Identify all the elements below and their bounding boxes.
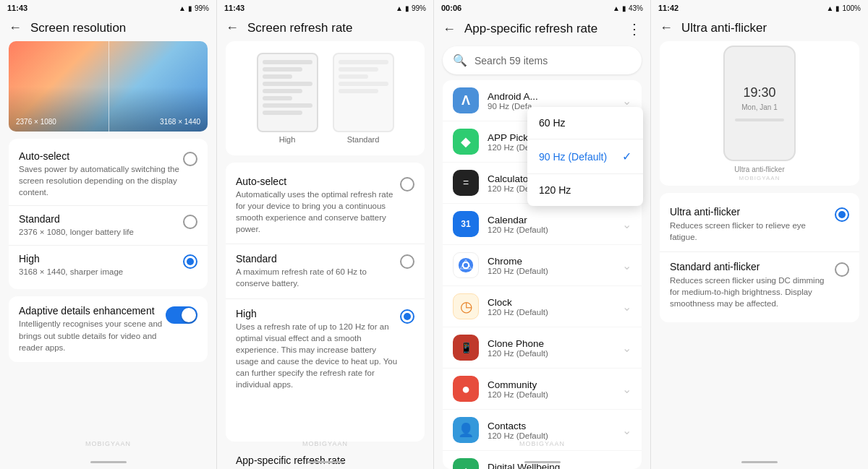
resolution-preview: 2376 × 1080 3168 × 1440 [9, 41, 208, 132]
app-item-digital-wellbeing[interactable]: ◆ Digital Wellbeing 120 Hz (Default) ⌄ [443, 451, 642, 469]
dropdown-120hz[interactable]: 120 Hz [527, 173, 643, 206]
option-standard-anti-flicker[interactable]: Standard anti-flicker Reduces screen fli… [660, 251, 859, 318]
status-icons-4: ▲ ▮ 100% [827, 4, 861, 12]
back-button-1[interactable]: ← [9, 20, 22, 35]
mock-line [339, 67, 378, 72]
mini-phone-time: 19:30 [743, 85, 775, 100]
anti-flicker-options-card: Ultra anti-flicker Reduces screen flicke… [660, 193, 859, 322]
bottom-pill-2 [307, 461, 344, 463]
mock-line [339, 89, 378, 93]
page-title-4: Ultra anti-flicker [681, 21, 767, 35]
option-high-text: High 3168 × 1440, sharper image [19, 253, 183, 277]
mock-line [263, 89, 302, 93]
adaptive-text: Adaptive details enhancement Intelligent… [19, 305, 166, 353]
app-name-cal: Calendar [488, 215, 622, 225]
standard-af-text: Standard anti-flicker Reduces screen fli… [670, 261, 835, 309]
panel-screen-resolution: 11:43 ▲ ▮ 99% ← Screen resolution 2376 ×… [0, 0, 217, 469]
app-hz-chrome: 120 Hz (Default) [488, 267, 622, 275]
status-icons-2: ▲ ▮ 99% [396, 4, 426, 12]
refresh-option-high[interactable]: High Uses a refresh rate of up to 120 Hz… [226, 298, 425, 400]
app-arrow-cal: ⌄ [622, 218, 631, 231]
mock-line [263, 82, 312, 86]
radio-ultra-af[interactable] [835, 207, 849, 222]
status-bar-4: 11:42 ▲ ▮ 100% [651, 0, 868, 16]
adaptive-enhancement-row[interactable]: Adaptive details enhancement Intelligent… [9, 296, 208, 361]
display-label: Ultra anti-flicker MOBIGYAAN [734, 165, 784, 181]
radio-refresh-standard[interactable] [400, 254, 414, 269]
app-item-community[interactable]: ● Community 120 Hz (Default) ⌄ [443, 369, 642, 410]
panel-screen-refresh-rate: 11:43 ▲ ▮ 99% ← Screen refresh rate High [217, 0, 434, 469]
app-arrow-digital: ⌄ [622, 465, 631, 470]
preview-high-phone [257, 53, 318, 132]
refresh-option-standard[interactable]: Standard A maximum refresh rate of 60 Hz… [226, 244, 425, 298]
app-name-clone: Clone Phone [488, 338, 622, 349]
app-hz-clone: 120 Hz (Default) [488, 349, 622, 358]
bottom-pill-4 [741, 461, 778, 463]
preview-standard-wrapper: Standard [333, 53, 394, 144]
app-info-chrome: Chrome 120 Hz (Default) [488, 256, 622, 275]
app-arrow-community: ⌄ [622, 382, 631, 396]
phone-mock-wrapper: 19:30 Mon, Jan 1 Ultra anti-flicker MOBI… [723, 46, 796, 181]
search-bar[interactable]: 🔍 Search 59 items [443, 46, 642, 74]
app-icon-chrome [453, 252, 479, 278]
wifi-icon-4: ▲ [827, 4, 834, 12]
app-hz-community: 120 Hz (Default) [488, 390, 622, 399]
app-item-calendar[interactable]: 31 Calendar 120 Hz (Default) ⌄ [443, 204, 642, 245]
app-icon-clone: 📱 [453, 335, 479, 361]
top-bar-2: ← Screen refresh rate [217, 16, 433, 41]
refresh-rate-preview: High Standard [226, 41, 425, 155]
refresh-auto-desc: Automatically uses the optimal refresh r… [236, 189, 400, 235]
resolution-image-bg: 2376 × 1080 3168 × 1440 [9, 41, 208, 132]
battery-level-4: 100% [842, 4, 861, 12]
radio-auto[interactable] [183, 152, 197, 166]
app-info-contacts: Contacts 120 Hz (Default) [488, 421, 622, 440]
app-item-chrome[interactable]: Chrome 120 Hz (Default) ⌄ [443, 245, 642, 286]
resolution-left-label: 2376 × 1080 [16, 118, 56, 126]
option-ultra-anti-flicker[interactable]: Ultra anti-flicker Reduces screen flicke… [660, 197, 859, 251]
mini-phone-date: Mon, Jan 1 [741, 103, 777, 111]
status-time-3: 00:06 [441, 4, 461, 12]
battery-icon-4: ▮ [835, 4, 840, 12]
dropdown-90hz[interactable]: 90 Hz (Default) ✓ [527, 139, 643, 173]
app-icon-community: ● [453, 376, 479, 402]
option-high[interactable]: High 3168 × 1440, sharper image [9, 245, 208, 285]
status-icons-3: ▲ ▮ 43% [613, 4, 643, 12]
toggle-knob [182, 308, 196, 322]
refresh-high-desc: Uses a refresh rate of up to 120 Hz for … [236, 321, 400, 391]
mini-phone-display: 19:30 Mon, Jan 1 [723, 46, 796, 161]
dropdown-60hz[interactable]: 60 Hz [527, 107, 643, 139]
radio-refresh-high[interactable] [400, 309, 414, 324]
app-arrow-clone: ⌄ [622, 341, 631, 355]
refresh-auto-text: Auto-select Automatically uses the optim… [236, 176, 400, 235]
app-icon-picks: ◆ [453, 129, 479, 155]
status-bar-1: 11:43 ▲ ▮ 99% [0, 0, 216, 16]
back-button-2[interactable]: ← [226, 20, 239, 35]
battery-icon-2: ▮ [405, 4, 409, 12]
back-button-4[interactable]: ← [660, 20, 673, 35]
refresh-option-auto[interactable]: Auto-select Automatically uses the optim… [226, 167, 425, 244]
refresh-auto-title: Auto-select [236, 176, 400, 187]
app-hz-cal: 120 Hz (Default) [488, 225, 622, 234]
status-time-4: 11:42 [658, 4, 678, 12]
watermark-sub: MOBIGYAAN [739, 175, 780, 181]
adaptive-desc: Intelligently recognises your scene and … [19, 318, 166, 353]
mock-line [263, 111, 302, 115]
back-button-3[interactable]: ← [443, 22, 456, 37]
app-arrow-arc: ⌄ [622, 94, 631, 108]
radio-standard-af[interactable] [835, 262, 849, 277]
panel-app-specific-refresh: 00:06 ▲ ▮ 43% ← App-specific refresh rat… [434, 0, 651, 469]
radio-refresh-auto[interactable] [400, 177, 414, 192]
more-button-3[interactable]: ⋮ [627, 20, 642, 38]
radio-high[interactable] [183, 254, 197, 269]
option-high-desc: 3168 × 1440, sharper image [19, 266, 183, 277]
option-auto-select[interactable]: Auto-select Saves power by automatically… [9, 143, 208, 205]
ultra-af-desc: Reduces screen flicker to relieve eye fa… [670, 220, 835, 243]
app-info-community: Community 120 Hz (Default) [488, 379, 622, 399]
refresh-standard-title: Standard [236, 253, 400, 264]
app-item-clock[interactable]: ◷ Clock 120 Hz (Default) ⌄ [443, 286, 642, 327]
option-standard[interactable]: Standard 2376 × 1080, longer battery lif… [9, 205, 208, 245]
adaptive-toggle[interactable] [166, 306, 197, 324]
radio-standard[interactable] [183, 215, 197, 229]
page-title-1: Screen resolution [30, 21, 126, 35]
app-item-clone-phone[interactable]: 📱 Clone Phone 120 Hz (Default) ⌄ [443, 327, 642, 369]
